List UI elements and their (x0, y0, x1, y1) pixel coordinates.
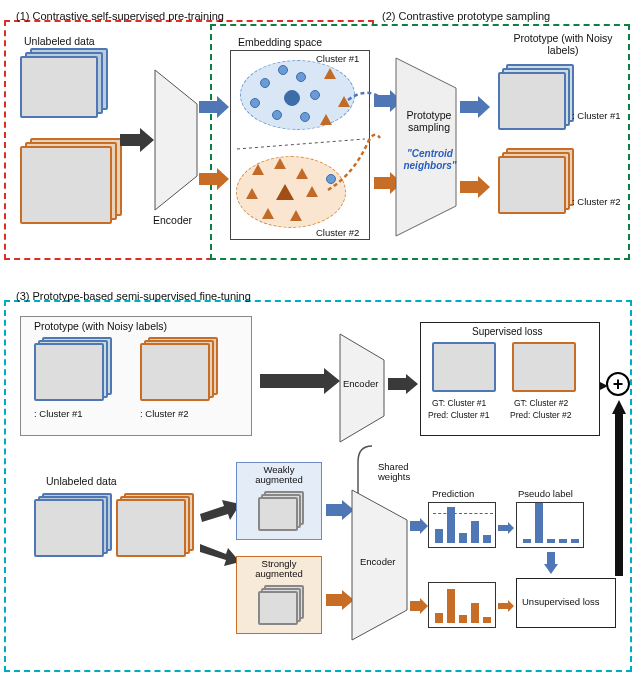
c1-pt (272, 110, 282, 120)
svg-marker-13 (200, 544, 240, 566)
cluster2-label: Cluster #2 (316, 227, 359, 238)
plus-glyph: + (613, 374, 624, 395)
c1-pt (296, 72, 306, 82)
svg-marker-21 (544, 552, 558, 574)
c2-tri (306, 186, 318, 197)
unlabeled-label: Unlabeled data (24, 35, 95, 47)
svg-marker-20 (410, 598, 428, 614)
c2-tri (246, 188, 258, 199)
proto-noisy-label: Prototype (with Noisy labels) (34, 320, 167, 332)
encoder-label-top: Encoder (153, 214, 192, 226)
svg-marker-2 (199, 96, 229, 118)
proto-c2-out: : Cluster #2 (572, 196, 621, 207)
arrow-encoder-blue (199, 96, 229, 122)
supervised-loss-label: Supervised loss (472, 326, 543, 337)
weakly-label: Weakly augmented (248, 465, 310, 486)
svg-marker-8 (460, 96, 490, 118)
arrow-unsup-up (612, 400, 626, 580)
section-1-title: (1) Contrastive self-supervised pre-trai… (16, 10, 224, 22)
arrow-strong-to-enc (326, 590, 354, 614)
svg-marker-22 (498, 600, 514, 612)
pseudo-label: Pseudo label (518, 488, 573, 499)
proto-noisy-c1: : Cluster #1 (34, 408, 83, 419)
encoder-s3-top-label: Encoder (343, 378, 378, 389)
arrow-proto-to-enc (260, 368, 340, 398)
c2-tri (252, 164, 264, 175)
unsupervised-loss-label: Unsupervised loss (522, 596, 600, 607)
c1-pt (260, 78, 270, 88)
svg-marker-12 (200, 500, 240, 522)
svg-marker-19 (410, 518, 428, 534)
svg-marker-9 (460, 176, 490, 198)
svg-marker-3 (199, 168, 229, 190)
proto-c1-out: : Cluster #1 (572, 110, 621, 121)
arrow-enc-to-pred-orange (410, 598, 428, 618)
prototype-label: Prototype (with Noisy labels) (508, 32, 618, 56)
prediction-orange-chart (428, 582, 496, 628)
encoder-s3-bottom-label: Encoder (360, 556, 395, 567)
arrow-orange-to-unsup (498, 598, 514, 616)
prediction-label: Prediction (432, 488, 474, 499)
c2-tri (274, 158, 286, 169)
encoder-s3-top (340, 334, 384, 446)
cluster1-label: Cluster #1 (316, 53, 359, 64)
encoder-top (155, 70, 197, 214)
c2-tri (262, 208, 274, 219)
c2-tri (296, 168, 308, 179)
plus-icon: + (606, 372, 630, 396)
arrow-to-weak (200, 500, 240, 526)
unlabeled-label-bottom: Unlabeled data (46, 475, 117, 487)
arrow-pseudo-down (544, 552, 558, 578)
gt1-label: GT: Cluster #1 (432, 398, 486, 408)
arrow-to-proto-blue (460, 96, 490, 122)
arrow-to-strong (200, 540, 240, 572)
c1-tri1 (324, 68, 336, 79)
pred2-label: Pred: Cluster #2 (510, 410, 571, 420)
section-2-title: (2) Contrastive prototype sampling (382, 10, 550, 22)
embedding-label: Embedding space (238, 36, 322, 48)
encoder-s3-bottom (352, 490, 407, 644)
proto-noisy-c2: : Cluster #2 (140, 408, 189, 419)
centroid-neighbors-label: "Centroid neighbors" (400, 148, 460, 171)
svg-marker-17 (388, 374, 418, 394)
c1-tri3 (320, 114, 332, 125)
c1-pt (278, 65, 288, 75)
svg-marker-18 (498, 522, 514, 534)
svg-marker-23 (612, 400, 626, 576)
arrow-sup-right (600, 378, 608, 396)
svg-marker-1 (155, 70, 197, 210)
strongly-label: Strongly augmented (246, 559, 312, 580)
shared-weights-label: Shared weights (378, 462, 422, 483)
arrow-to-proto-orange (460, 176, 490, 202)
proto-sampling-label: Prototype sampling (404, 110, 454, 133)
arrow-enc-to-pred-blue (410, 518, 428, 538)
arrow-enc-to-suploss (388, 374, 418, 398)
svg-marker-24 (600, 382, 608, 390)
prediction-blue-chart (428, 502, 496, 548)
svg-marker-0 (120, 128, 154, 152)
arrow-encoder-orange (199, 168, 229, 194)
section-3-title: (3) Prototype-based semi-supervised fine… (16, 290, 251, 302)
c1-pt (300, 112, 310, 122)
svg-marker-7 (396, 58, 456, 236)
c1-centroid (284, 90, 300, 106)
gt2-label: GT: Cluster #2 (514, 398, 568, 408)
svg-marker-15 (326, 590, 354, 610)
c1-pt (310, 90, 320, 100)
arrow-weak-to-enc (326, 500, 354, 524)
arrow-pred-to-pseudo (498, 520, 514, 538)
c2-centroid (276, 184, 294, 200)
pred1-label: Pred: Cluster #1 (428, 410, 489, 420)
arrow-unlabeled-to-encoder (120, 128, 154, 156)
pseudo-blue-chart (516, 502, 584, 548)
svg-marker-14 (326, 500, 354, 520)
svg-marker-10 (260, 368, 340, 394)
c1-pt (250, 98, 260, 108)
c2-tri (290, 210, 302, 221)
